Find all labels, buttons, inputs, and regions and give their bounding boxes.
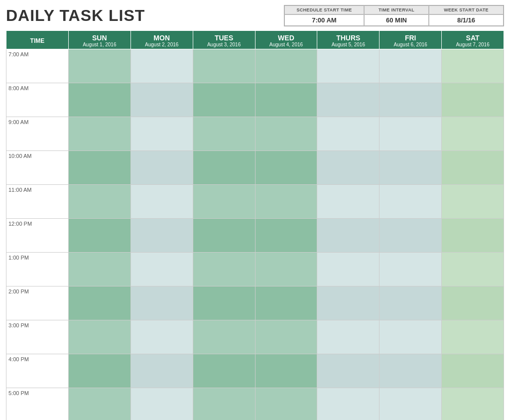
task-cell-sat[interactable] xyxy=(442,49,504,83)
time-interval-label: TIME INTERVAL xyxy=(364,5,429,14)
task-cell-sun[interactable] xyxy=(68,286,130,320)
task-cell-sat[interactable] xyxy=(442,117,504,151)
task-cell-thu[interactable] xyxy=(317,354,380,388)
task-cell-sat[interactable] xyxy=(442,253,504,286)
task-cell-thu[interactable] xyxy=(317,253,380,286)
task-cell-tue[interactable] xyxy=(193,253,255,286)
task-cell-wed[interactable] xyxy=(255,219,317,253)
task-cell-wed[interactable] xyxy=(255,388,317,420)
task-cell-wed[interactable] xyxy=(255,83,317,117)
time-cell: 8:00 AM xyxy=(6,83,69,117)
task-cell-sun[interactable] xyxy=(68,151,130,185)
task-cell-tue[interactable] xyxy=(193,286,255,320)
task-cell-tue[interactable] xyxy=(193,151,255,185)
task-cell-thu[interactable] xyxy=(317,388,380,420)
table-row: 2:00 PM xyxy=(6,286,504,320)
task-cell-thu[interactable] xyxy=(317,117,380,151)
task-cell-wed[interactable] xyxy=(255,151,317,185)
task-cell-thu[interactable] xyxy=(317,83,380,117)
time-cell: 4:00 PM xyxy=(6,354,69,388)
task-cell-sun[interactable] xyxy=(68,117,130,151)
task-cell-sat[interactable] xyxy=(442,151,504,185)
task-cell-wed[interactable] xyxy=(255,320,317,354)
task-cell-tue[interactable] xyxy=(193,219,255,253)
task-cell-fri[interactable] xyxy=(380,117,442,151)
table-row: 3:00 PM xyxy=(6,320,504,354)
task-cell-sat[interactable] xyxy=(442,388,504,420)
table-row: 8:00 AM xyxy=(6,83,504,117)
task-cell-sat[interactable] xyxy=(442,320,504,354)
task-cell-wed[interactable] xyxy=(255,253,317,286)
task-cell-mon[interactable] xyxy=(130,185,193,219)
task-cell-thu[interactable] xyxy=(317,185,380,219)
task-cell-fri[interactable] xyxy=(380,388,442,420)
task-cell-tue[interactable] xyxy=(193,320,255,354)
schedule-start-value: 7:00 AM xyxy=(284,14,364,26)
task-cell-thu[interactable] xyxy=(317,320,380,354)
task-cell-mon[interactable] xyxy=(130,117,193,151)
task-cell-mon[interactable] xyxy=(130,49,193,83)
time-cell: 1:00 PM xyxy=(6,253,69,286)
task-cell-tue[interactable] xyxy=(193,117,255,151)
task-cell-sun[interactable] xyxy=(68,185,130,219)
task-cell-thu[interactable] xyxy=(317,49,380,83)
info-box: SCHEDULE START TIME TIME INTERVAL WEEK S… xyxy=(284,5,504,26)
task-cell-tue[interactable] xyxy=(193,354,255,388)
task-cell-sat[interactable] xyxy=(442,185,504,219)
time-cell: 2:00 PM xyxy=(6,286,69,320)
task-cell-fri[interactable] xyxy=(380,83,442,117)
table-row: 5:00 PM xyxy=(6,388,504,420)
page-title: DAILY TASK LIST xyxy=(6,5,145,24)
task-cell-sat[interactable] xyxy=(442,354,504,388)
time-cell: 12:00 PM xyxy=(6,219,69,253)
task-cell-tue[interactable] xyxy=(193,388,255,420)
task-cell-thu[interactable] xyxy=(317,219,380,253)
task-cell-wed[interactable] xyxy=(255,185,317,219)
task-cell-sun[interactable] xyxy=(68,354,130,388)
task-cell-thu[interactable] xyxy=(317,286,380,320)
task-cell-sat[interactable] xyxy=(442,286,504,320)
task-cell-fri[interactable] xyxy=(380,320,442,354)
task-cell-fri[interactable] xyxy=(380,253,442,286)
task-cell-mon[interactable] xyxy=(130,388,193,420)
task-cell-mon[interactable] xyxy=(130,286,193,320)
task-cell-sat[interactable] xyxy=(442,219,504,253)
col-header-sun: SUN August 1, 2016 xyxy=(68,31,130,49)
task-cell-sun[interactable] xyxy=(68,83,130,117)
task-cell-mon[interactable] xyxy=(130,83,193,117)
task-cell-sat[interactable] xyxy=(442,83,504,117)
task-cell-fri[interactable] xyxy=(380,49,442,83)
task-cell-tue[interactable] xyxy=(193,185,255,219)
table-row: 9:00 AM xyxy=(6,117,504,151)
task-cell-wed[interactable] xyxy=(255,49,317,83)
task-cell-sun[interactable] xyxy=(68,219,130,253)
task-cell-mon[interactable] xyxy=(130,253,193,286)
task-cell-fri[interactable] xyxy=(380,185,442,219)
task-cell-thu[interactable] xyxy=(317,151,380,185)
task-cell-mon[interactable] xyxy=(130,219,193,253)
table-row: 12:00 PM xyxy=(6,219,504,253)
table-row: 11:00 AM xyxy=(6,185,504,219)
table-row: 1:00 PM xyxy=(6,253,504,286)
col-header-tue: TUES August 3, 2016 xyxy=(193,31,255,49)
task-cell-fri[interactable] xyxy=(380,354,442,388)
time-cell: 10:00 AM xyxy=(6,151,69,185)
task-cell-mon[interactable] xyxy=(130,151,193,185)
time-interval-value: 60 MIN xyxy=(364,14,429,26)
task-cell-wed[interactable] xyxy=(255,286,317,320)
task-cell-mon[interactable] xyxy=(130,320,193,354)
task-cell-fri[interactable] xyxy=(380,219,442,253)
task-cell-wed[interactable] xyxy=(255,354,317,388)
task-cell-tue[interactable] xyxy=(193,83,255,117)
task-cell-wed[interactable] xyxy=(255,117,317,151)
task-cell-fri[interactable] xyxy=(380,286,442,320)
task-cell-sun[interactable] xyxy=(68,49,130,83)
time-cell: 5:00 PM xyxy=(6,388,69,420)
task-cell-mon[interactable] xyxy=(130,354,193,388)
task-cell-fri[interactable] xyxy=(380,151,442,185)
col-header-fri: FRI August 6, 2016 xyxy=(380,31,442,49)
task-cell-sun[interactable] xyxy=(68,320,130,354)
task-cell-sun[interactable] xyxy=(68,253,130,286)
task-cell-sun[interactable] xyxy=(68,388,130,420)
task-cell-tue[interactable] xyxy=(193,49,255,83)
